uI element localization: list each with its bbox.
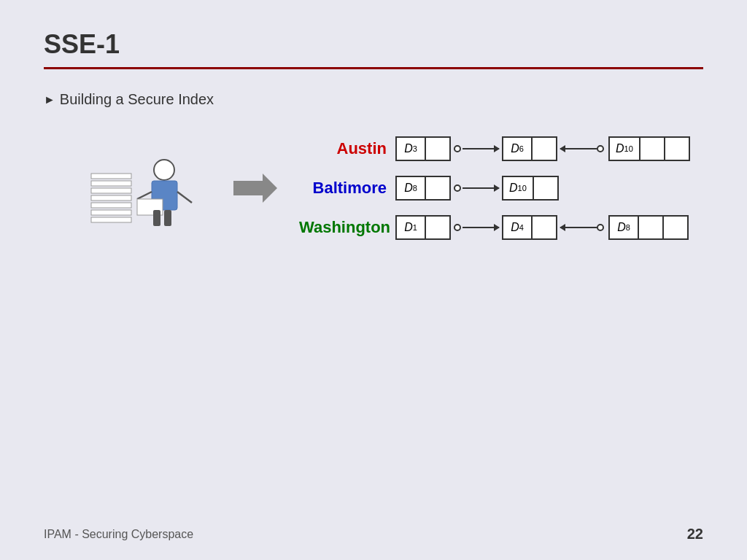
washington-node-d8: D8 — [608, 215, 689, 240]
svg-line-10 — [177, 192, 192, 203]
austin-chain: D3 D6 — [395, 136, 690, 161]
austin-node-d6: D6 — [502, 136, 557, 161]
washington-chain: D1 D4 — [395, 215, 689, 240]
svg-point-7 — [154, 160, 174, 180]
illustration — [88, 130, 204, 246]
bullet-arrow-icon: ► — [44, 93, 55, 106]
baltimore-label: Baltimore — [299, 179, 387, 198]
washington-node-d4: D4 — [502, 215, 557, 240]
austin-node-d10: D10 — [608, 136, 690, 161]
baltimore-row: Baltimore D8 D10 — [299, 176, 690, 201]
washington-arrow1 — [454, 224, 499, 231]
slide-title: SSE-1 — [44, 29, 703, 60]
title-divider — [44, 67, 703, 69]
svg-marker-14 — [233, 174, 277, 203]
svg-rect-13 — [164, 210, 171, 226]
bullet-item: ► Building a Secure Index — [44, 91, 703, 108]
slide: SSE-1 ► Building a Secure Index — [0, 0, 747, 560]
svg-rect-5 — [91, 210, 131, 215]
svg-rect-6 — [91, 217, 131, 222]
austin-row: Austin D3 D6 — [299, 136, 690, 161]
austin-node-d3: D3 — [395, 136, 451, 161]
baltimore-node-d8: D8 — [395, 176, 451, 201]
svg-rect-12 — [153, 210, 160, 226]
baltimore-chain: D8 D10 — [395, 176, 559, 201]
content-area: Austin D3 D6 — [88, 130, 703, 246]
slide-number: 22 — [687, 526, 703, 542]
washington-arrow2 — [560, 224, 605, 231]
austin-arrow2 — [560, 145, 605, 152]
washington-node-d1: D1 — [395, 215, 451, 240]
svg-rect-3 — [91, 195, 131, 201]
bullet-text: Building a Secure Index — [60, 91, 214, 108]
svg-rect-1 — [91, 181, 131, 186]
washington-row: Washington D1 D4 — [299, 215, 690, 240]
svg-rect-2 — [91, 188, 131, 193]
svg-rect-0 — [91, 174, 131, 179]
washington-label: Washington — [299, 218, 387, 237]
footer-text: IPAM - Securing Cyberspace — [44, 528, 193, 541]
austin-arrow1 — [454, 145, 499, 152]
baltimore-arrow1 — [454, 184, 499, 192]
main-arrow — [233, 174, 277, 203]
person-with-papers-icon — [88, 130, 204, 246]
footer: IPAM - Securing Cyberspace 22 — [44, 526, 703, 542]
austin-label: Austin — [299, 139, 387, 158]
keyword-rows: Austin D3 D6 — [299, 136, 690, 240]
right-arrow-icon — [233, 174, 277, 203]
baltimore-node-d10: D10 — [502, 176, 559, 201]
svg-rect-4 — [91, 203, 131, 208]
svg-line-9 — [137, 192, 152, 199]
